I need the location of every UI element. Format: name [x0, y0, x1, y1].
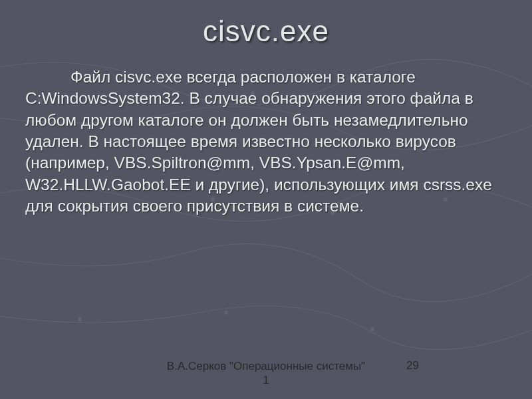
- slide-title: cisvc.exe: [0, 0, 532, 55]
- slide-body: Файл cisvc.exe всегда расположен в катал…: [0, 55, 532, 217]
- footer-author: В.А.Серков "Операционные системы" 1: [166, 359, 366, 388]
- slide-footer: В.А.Серков "Операционные системы" 1 29: [0, 359, 532, 388]
- svg-point-10: [225, 311, 228, 315]
- slide-number: 29: [406, 359, 419, 372]
- body-text-content: Файл cisvc.exe всегда расположен в катал…: [25, 68, 492, 215]
- svg-point-9: [78, 318, 82, 321]
- svg-point-11: [371, 328, 374, 331]
- slide: cisvc.exe Файл cisvc.exe всегда располож…: [0, 0, 532, 399]
